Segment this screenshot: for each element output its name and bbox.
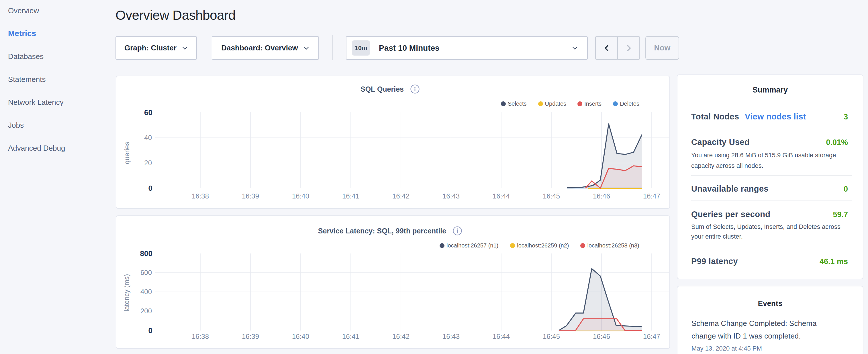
svg-text:16:42: 16:42 [392,192,409,200]
svg-text:16:44: 16:44 [493,332,510,340]
svg-text:16:46: 16:46 [593,192,610,200]
svg-text:16:44: 16:44 [493,192,510,200]
svg-text:16:40: 16:40 [292,192,309,200]
svg-text:0: 0 [149,326,152,335]
svg-text:20: 20 [144,159,152,167]
svg-text:16:47: 16:47 [643,332,660,340]
svg-text:latency (ms): latency (ms) [123,274,130,312]
svg-text:16:38: 16:38 [192,192,209,200]
svg-text:60: 60 [144,108,152,117]
svg-text:600: 600 [141,269,152,277]
svg-text:16:43: 16:43 [442,332,460,340]
svg-text:0: 0 [149,184,152,192]
svg-text:16:41: 16:41 [342,332,359,340]
svg-text:400: 400 [141,288,152,296]
svg-text:16:45: 16:45 [543,192,560,200]
svg-text:16:46: 16:46 [593,332,610,340]
svg-text:16:40: 16:40 [292,332,309,340]
svg-text:16:39: 16:39 [242,192,259,200]
svg-text:16:43: 16:43 [442,192,460,200]
svg-text:200: 200 [141,307,152,315]
svg-text:800: 800 [140,249,152,258]
svg-text:16:42: 16:42 [392,332,409,340]
svg-text:40: 40 [144,134,152,141]
svg-text:queries: queries [123,142,131,164]
svg-text:16:39: 16:39 [242,332,259,340]
svg-text:16:47: 16:47 [643,192,660,200]
svg-text:16:45: 16:45 [543,332,560,340]
svg-text:16:38: 16:38 [192,332,209,340]
svg-text:16:41: 16:41 [342,192,359,200]
